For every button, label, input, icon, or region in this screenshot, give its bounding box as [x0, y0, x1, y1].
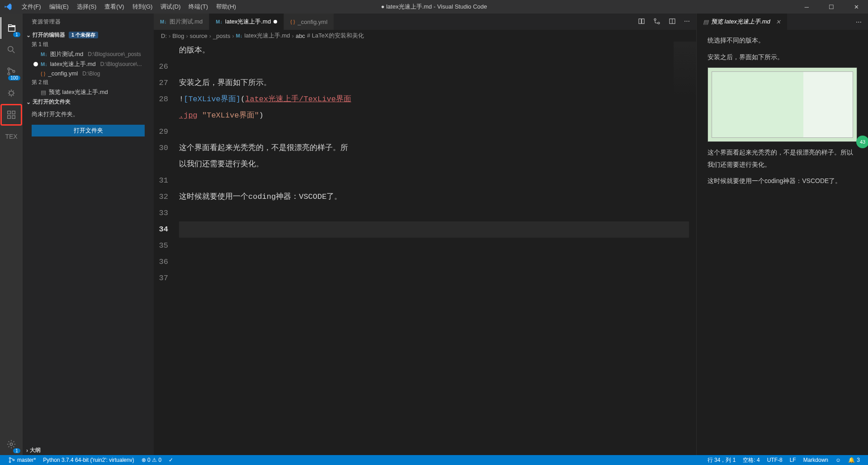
- minimap[interactable]: [674, 42, 696, 96]
- editor-body[interactable]: 26 27 28 29 30 31 32 33 34 35 36 37 的版本。…: [154, 42, 696, 455]
- code-content[interactable]: 的版本。 安装之后，界面如下所示。 ![TeXLive界面](latex光速上手…: [179, 42, 696, 455]
- cursor-position-status[interactable]: 行 34，列 1: [704, 456, 740, 464]
- svg-rect-5: [8, 111, 10, 114]
- problems-status[interactable]: ⊗ 0 ⚠ 0: [138, 457, 165, 463]
- title-bar: 文件(F) 编辑(E) 选择(S) 查看(V) 转到(G) 调试(D) 终端(T…: [0, 0, 868, 14]
- eol-status[interactable]: LF: [786, 456, 800, 464]
- window-close-icon[interactable]: ✕: [849, 2, 864, 12]
- symbol-text-icon: abc: [296, 33, 305, 39]
- status-bar: master* Python 3.7.4 64-bit ('ruin2': vi…: [0, 455, 868, 465]
- split-editor-icon[interactable]: [669, 18, 676, 26]
- svg-point-12: [654, 19, 656, 20]
- more-actions-icon[interactable]: ⋯: [684, 18, 690, 26]
- more-actions-icon[interactable]: ⋯: [856, 19, 862, 25]
- outline-header[interactable]: › 大纲: [23, 446, 154, 455]
- yml-icon: { }: [41, 71, 45, 76]
- svg-point-1: [8, 68, 10, 70]
- debug-icon[interactable]: [0, 82, 22, 104]
- open-editors-header[interactable]: ⌄ 打开的编辑器 1 个未保存: [23, 30, 154, 40]
- markdown-icon: M↓: [41, 52, 47, 57]
- sidebar-title: 资源管理器: [23, 14, 154, 30]
- modified-dot-icon: [33, 62, 38, 66]
- open-editor-file-1[interactable]: M↓ 图片测试.md D:\Blog\source\_posts: [23, 49, 154, 59]
- preview-text: 这时候就要使用一个coding神器：VSCODE了。: [708, 175, 857, 187]
- search-icon[interactable]: [0, 39, 22, 61]
- preview-text: 这个界面看起来光秃秃的，不是很漂亮的样子。所以我们还需要进行美化。: [708, 146, 857, 170]
- preview-tab[interactable]: ▤ 预览 latex光速上手.md ✕: [697, 14, 787, 30]
- unsaved-badge: 1 个未保存: [69, 32, 98, 38]
- close-icon[interactable]: ✕: [776, 19, 781, 25]
- open-editor-file-3[interactable]: { } _config.yml D:\Blog: [23, 69, 154, 78]
- open-folder-button[interactable]: 打开文件夹: [32, 125, 145, 136]
- floating-badge[interactable]: 43: [856, 136, 868, 148]
- group-1-label: 第 1 组: [23, 40, 154, 49]
- git-branch-status[interactable]: master*: [5, 456, 39, 464]
- tab-file-3[interactable]: { } _config.yml: [284, 14, 334, 30]
- window-minimize-icon[interactable]: ─: [799, 2, 814, 12]
- svg-rect-8: [12, 116, 15, 118]
- settings-gear-icon[interactable]: 1: [0, 433, 22, 455]
- encoding-status[interactable]: UTF-8: [764, 456, 786, 464]
- extensions-icon[interactable]: [0, 104, 22, 126]
- chevron-down-icon: ⌄: [26, 32, 31, 38]
- tab-file-1[interactable]: M↓ 图片测试.md: [154, 14, 209, 30]
- activity-bar: 1 100 TEX 1: [0, 14, 23, 455]
- menu-selection[interactable]: 选择(S): [73, 1, 100, 13]
- no-folder-header[interactable]: ⌄ 无打开的文件夹: [23, 97, 154, 107]
- indentation-status[interactable]: 空格: 4: [739, 456, 763, 464]
- open-preview-side-icon[interactable]: [638, 18, 645, 26]
- check-icon[interactable]: ✓: [165, 457, 177, 463]
- open-editor-file-2[interactable]: M↓ latex光速上手.md D:\Blog\source\...: [23, 59, 154, 69]
- menu-debug[interactable]: 调试(D): [157, 1, 184, 13]
- no-folder-message: 尚未打开文件夹。: [23, 107, 154, 122]
- notifications-icon[interactable]: 🔔 3: [844, 456, 863, 464]
- yml-icon: { }: [290, 19, 295, 24]
- sidebar: 资源管理器 ⌄ 打开的编辑器 1 个未保存 第 1 组 M↓ 图片测试.md D…: [23, 14, 154, 455]
- preview-image-placeholder: [708, 67, 857, 142]
- svg-point-4: [9, 91, 13, 95]
- menu-file[interactable]: 文件(F): [18, 1, 45, 13]
- explorer-badge: 1: [13, 32, 20, 37]
- preview-file-icon: ▤: [703, 19, 708, 25]
- python-env-status[interactable]: Python 3.7.4 64-bit ('ruin2': virtualenv…: [39, 457, 137, 463]
- chevron-down-icon: ⌄: [26, 99, 31, 105]
- preview-body[interactable]: 统选择不同的版本。 安装之后，界面如下所示。 这个界面看起来光秃秃的，不是很漂亮…: [697, 30, 868, 199]
- language-mode-status[interactable]: Markdown: [800, 456, 832, 464]
- source-control-icon[interactable]: 100: [0, 61, 22, 82]
- gear-badge: 1: [13, 448, 20, 453]
- compare-changes-icon[interactable]: [653, 18, 660, 26]
- menu-help[interactable]: 帮助(H): [212, 1, 240, 13]
- markdown-icon: M↓: [41, 61, 47, 67]
- menu-go[interactable]: 转到(G): [129, 1, 156, 13]
- feedback-icon[interactable]: ☺: [832, 456, 844, 464]
- svg-point-0: [8, 47, 13, 52]
- scm-badge: 100: [8, 75, 20, 80]
- markdown-icon: M↓: [160, 19, 167, 24]
- editor-tabs: M↓ 图片测试.md M↓ latex光速上手.md { } _config.y…: [154, 14, 696, 30]
- editor-group: M↓ 图片测试.md M↓ latex光速上手.md { } _config.y…: [154, 14, 696, 455]
- svg-point-3: [13, 70, 15, 73]
- open-editor-file-4[interactable]: ▤ 预览 latex光速上手.md: [23, 87, 154, 97]
- svg-rect-7: [8, 116, 10, 118]
- window-maximize-icon[interactable]: ☐: [823, 2, 840, 12]
- tab-file-2[interactable]: M↓ latex光速上手.md: [209, 14, 283, 30]
- menu-edit[interactable]: 编辑(E): [46, 1, 72, 13]
- vscode-logo-icon: [4, 2, 13, 11]
- svg-point-2: [8, 73, 10, 75]
- window-title: ● latex光速上手.md - Visual Studio Code: [381, 3, 487, 11]
- modified-dot-icon: [274, 20, 277, 23]
- menu-terminal[interactable]: 终端(T): [185, 1, 212, 13]
- chevron-right-icon: ›: [26, 447, 28, 454]
- explorer-icon[interactable]: 1: [0, 17, 22, 39]
- preview-file-icon: ▤: [41, 89, 46, 96]
- breadcrumb[interactable]: D:› Blog› source› _posts› M↓ latex光速上手.m…: [154, 30, 696, 42]
- preview-text: 统选择不同的版本。: [708, 34, 857, 47]
- preview-text: 安装之后，界面如下所示。: [708, 51, 857, 63]
- menu-view[interactable]: 查看(V): [101, 1, 127, 13]
- latex-workshop-icon[interactable]: TEX: [0, 126, 22, 147]
- group-2-label: 第 2 组: [23, 78, 154, 87]
- line-number-gutter: 26 27 28 29 30 31 32 33 34 35 36 37: [154, 42, 179, 455]
- svg-point-16: [9, 461, 10, 462]
- svg-point-17: [13, 459, 14, 460]
- markdown-icon: M↓: [236, 33, 243, 38]
